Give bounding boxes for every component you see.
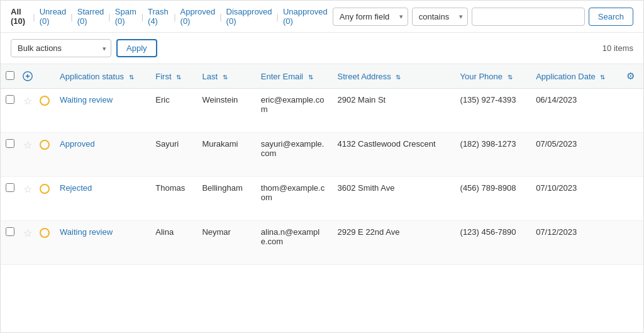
star-icon-3[interactable]: ☆: [23, 228, 32, 239]
row-phone-cell: (456) 789-8908: [454, 177, 530, 221]
th-date-label: Application Date: [536, 72, 596, 81]
row-checkbox-3[interactable]: [6, 227, 14, 236]
row-email-cell: thom@example.com: [255, 177, 331, 221]
select-all-checkbox[interactable]: [6, 71, 14, 80]
table-row: ☆ Approved Sayuri Murakami sayuri@exampl…: [1, 133, 643, 177]
gear-icon[interactable]: ⚙: [626, 71, 635, 81]
condition-select[interactable]: contains: [412, 8, 468, 26]
table-row: ☆ Waiting review Eric Weinstein eric@exa…: [1, 89, 643, 133]
row-checkbox-cell: [1, 89, 19, 133]
status-circle-icon-0: [40, 96, 50, 106]
sort-icon-application-status: ⇅: [129, 74, 134, 81]
sep-3: |: [108, 12, 110, 21]
bulk-select-wrapper: Bulk actions: [11, 39, 111, 57]
row-star-cell: ☆: [19, 89, 36, 133]
row-checkbox-2[interactable]: [6, 183, 14, 192]
row-application-status-cell: Rejected: [53, 177, 149, 221]
th-gear[interactable]: ⚙: [620, 64, 643, 89]
sep-7: |: [277, 12, 279, 21]
table-row: ☆ Rejected Thomas Bellingham thom@exampl…: [1, 177, 643, 221]
sort-icon-email: ⇅: [308, 74, 313, 81]
application-status-link-3[interactable]: Waiting review: [60, 227, 113, 237]
tab-spam[interactable]: Spam (0): [115, 7, 137, 26]
status-circle-icon-2: [40, 184, 50, 194]
row-phone-cell: (135) 927-4393: [454, 89, 530, 133]
table-body: ☆ Waiting review Eric Weinstein eric@exa…: [1, 89, 643, 265]
th-street[interactable]: Street Address ⇅: [331, 64, 454, 89]
condition-select-wrapper: contains: [412, 8, 468, 26]
row-status-icon-cell: [36, 89, 53, 133]
th-first-label: First: [155, 72, 171, 81]
row-first-cell: Eric: [149, 89, 196, 133]
row-status-icon-cell: [36, 221, 53, 265]
tab-unapproved[interactable]: Unapproved (0): [283, 7, 328, 26]
status-circle-icon-3: [40, 228, 50, 238]
filter-controls: Any form field contains Search: [333, 8, 633, 26]
row-checkbox-0[interactable]: [6, 95, 14, 104]
tab-all[interactable]: All (10): [11, 7, 28, 26]
row-application-status-cell: Waiting review: [53, 221, 149, 265]
sep-4: |: [142, 12, 143, 21]
row-last-cell: Murakami: [196, 133, 254, 177]
data-table: Application status ⇅ First ⇅ Last ⇅ Ente…: [1, 64, 643, 265]
row-checkbox-cell: [1, 221, 19, 265]
th-application-status-label: Application status: [60, 72, 124, 81]
table-row: ☆ Waiting review Alina Neymar alina.n@ex…: [1, 221, 643, 265]
row-gear-cell: [620, 89, 643, 133]
row-last-cell: Neymar: [196, 221, 254, 265]
application-status-link-0[interactable]: Waiting review: [60, 95, 113, 104]
tab-unread[interactable]: Unread (0): [40, 7, 67, 26]
row-checkbox-cell: [1, 133, 19, 177]
row-date-cell: 07/05/2023: [530, 133, 620, 177]
row-application-status-cell: Waiting review: [53, 89, 149, 133]
filter-tabs: All (10) | Unread (0) | Starred (0) | Sp…: [11, 7, 328, 26]
th-email-label: Enter Email: [261, 72, 303, 81]
bulk-actions-select[interactable]: Bulk actions: [11, 39, 111, 57]
apply-button[interactable]: Apply: [116, 39, 157, 57]
th-date[interactable]: Application Date ⇅: [530, 64, 620, 89]
sep-2: |: [70, 12, 72, 21]
row-street-cell: 2929 E 22nd Ave: [331, 221, 454, 265]
tab-disapproved[interactable]: Disapproved (0): [226, 7, 272, 26]
search-input[interactable]: [472, 8, 585, 26]
row-street-cell: 3602 Smith Ave: [331, 177, 454, 221]
sep-5: |: [174, 12, 175, 21]
sort-icon-phone: ⇅: [508, 74, 513, 81]
application-status-link-2[interactable]: Rejected: [60, 183, 92, 193]
star-icon-1[interactable]: ☆: [23, 140, 32, 150]
sort-icon-last: ⇅: [223, 74, 228, 81]
row-status-icon-cell: [36, 133, 53, 177]
th-first[interactable]: First ⇅: [149, 64, 196, 89]
th-application-status[interactable]: Application status ⇅: [53, 64, 149, 89]
star-icon-2[interactable]: ☆: [23, 184, 32, 195]
row-checkbox-1[interactable]: [6, 139, 14, 148]
tab-approved[interactable]: Approved (0): [180, 7, 216, 26]
star-icon-0[interactable]: ☆: [23, 96, 32, 106]
bulk-bar: Bulk actions Apply 10 items: [1, 33, 643, 64]
row-gear-cell: [620, 221, 643, 265]
th-phone[interactable]: Your Phone ⇅: [454, 64, 530, 89]
row-first-cell: Thomas: [149, 177, 196, 221]
row-checkbox-cell: [1, 177, 19, 221]
search-button[interactable]: Search: [589, 8, 633, 26]
row-street-cell: 2902 Main St: [331, 89, 454, 133]
sort-icon-date: ⇅: [600, 74, 605, 81]
row-email-cell: alina.n@example.com: [255, 221, 331, 265]
sort-icon-street: ⇅: [396, 74, 401, 81]
tab-starred[interactable]: Starred (0): [77, 7, 104, 26]
th-last[interactable]: Last ⇅: [196, 64, 254, 89]
row-gear-cell: [620, 133, 643, 177]
row-date-cell: 07/10/2023: [530, 177, 620, 221]
tab-trash[interactable]: Trash (4): [148, 7, 169, 26]
sort-icon-first: ⇅: [176, 74, 181, 81]
filter-bar: All (10) | Unread (0) | Starred (0) | Sp…: [1, 1, 643, 33]
th-phone-label: Your Phone: [460, 72, 502, 81]
status-circle-icon-1: [40, 140, 50, 150]
row-star-cell: ☆: [19, 177, 36, 221]
th-checkbox: [1, 64, 19, 89]
form-field-select[interactable]: Any form field: [333, 8, 408, 26]
th-email[interactable]: Enter Email ⇅: [255, 64, 331, 89]
row-street-cell: 4132 Castlewood Crescent: [331, 133, 454, 177]
row-email-cell: sayuri@example.com: [255, 133, 331, 177]
application-status-link-1[interactable]: Approved: [60, 139, 95, 149]
